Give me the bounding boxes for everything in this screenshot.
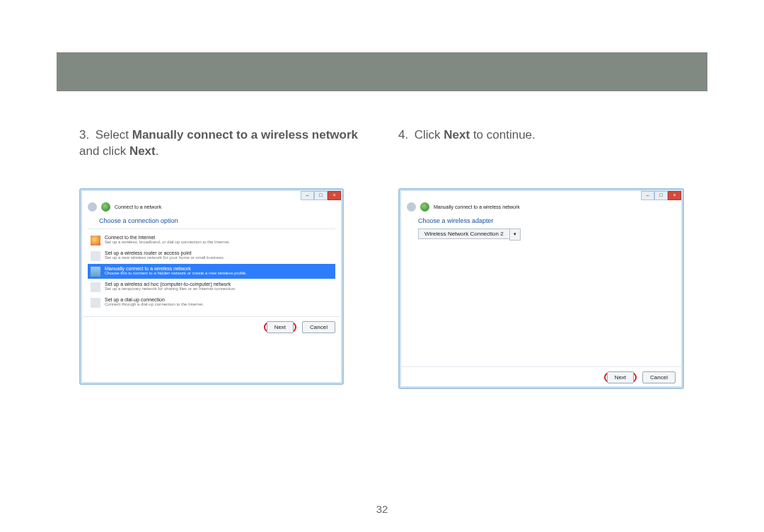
highlight-ring: Next [264, 322, 296, 332]
step-number: 4. [398, 127, 411, 144]
step-3: 3. Select Manually connect to a wireless… [79, 127, 366, 389]
back-icon[interactable] [88, 202, 97, 212]
dialog-title: Manually connect to a wireless network [434, 204, 520, 209]
manual-page: 3. Select Manually connect to a wireless… [0, 0, 764, 532]
next-button[interactable]: Next [607, 371, 634, 383]
highlight-ring: Next [604, 372, 637, 383]
step-4: 4. Click Next to continue. – □ × Manuall… [398, 127, 685, 389]
header-bar [57, 52, 707, 91]
minimize-button[interactable]: – [301, 191, 314, 200]
maximize-button[interactable]: □ [314, 191, 328, 200]
cancel-button[interactable]: Cancel [642, 371, 676, 383]
option-dialup[interactable]: Set up a dial-up connectionConnect throu… [88, 295, 335, 310]
router-icon [91, 251, 100, 261]
section-heading: Choose a wireless adapter [418, 217, 676, 224]
cancel-button[interactable]: Cancel [302, 321, 335, 333]
step-4-text: 4. Click Next to continue. [398, 127, 685, 160]
dialog-choose-adapter: – □ × Manually connect to a wireless net… [398, 188, 684, 389]
close-button[interactable]: × [668, 191, 681, 200]
option-setup-router[interactable]: Set up a wireless router or access point… [88, 248, 335, 263]
network-icon [101, 202, 110, 212]
monitor-icon [91, 267, 100, 277]
close-button[interactable]: × [328, 191, 341, 200]
option-connect-internet[interactable]: Connect to the InternetSet up a wireless… [88, 233, 335, 248]
adhoc-icon [91, 282, 100, 292]
step-3-text: 3. Select Manually connect to a wireless… [79, 127, 366, 160]
dropdown-arrow-icon[interactable]: ▾ [509, 229, 521, 241]
window-chrome: – □ × [301, 191, 341, 200]
page-number: 32 [0, 503, 764, 515]
next-button[interactable]: Next [267, 321, 294, 333]
dialup-icon [91, 298, 100, 308]
dialog-title: Connect to a network [115, 204, 161, 209]
step-number: 3. [79, 127, 92, 144]
globe-icon [91, 236, 100, 245]
maximize-button[interactable]: □ [654, 191, 668, 200]
connection-options-list: Connect to the InternetSet up a wireless… [88, 229, 335, 310]
back-icon[interactable] [407, 202, 416, 212]
network-icon [420, 202, 429, 212]
section-heading: Choose a connection option [99, 217, 335, 224]
window-chrome: – □ × [641, 191, 681, 200]
minimize-button[interactable]: – [641, 191, 654, 200]
dialog-connect-to-network: – □ × Connect to a network Choose a conn… [79, 188, 344, 385]
option-adhoc[interactable]: Set up a wireless ad hoc (computer-to-co… [88, 279, 335, 294]
adapter-dropdown[interactable]: Wireless Network Connection 2 [418, 229, 510, 239]
option-manual-wireless[interactable]: Manually connect to a wireless networkCh… [88, 264, 335, 279]
